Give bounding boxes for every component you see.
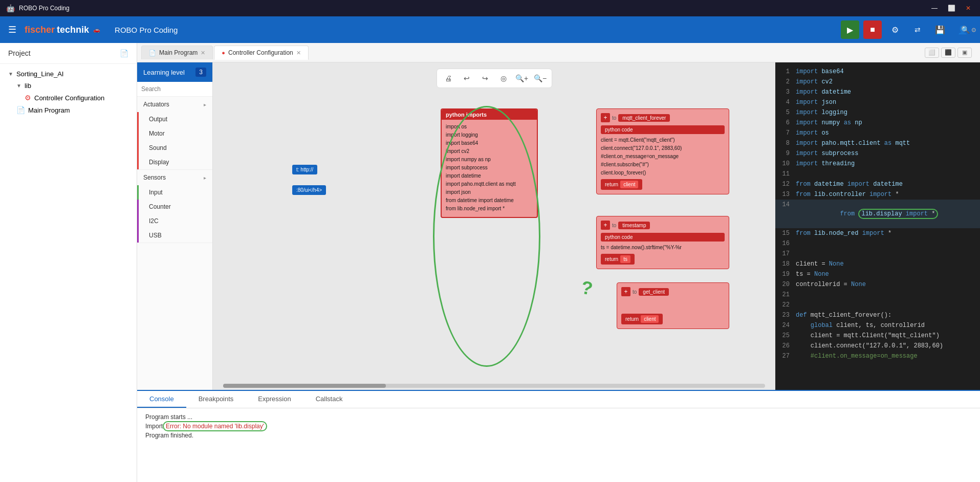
actuators-arrow-icon: ▸	[204, 102, 206, 107]
maximize-btn[interactable]: ⬜	[945, 5, 959, 12]
return-label: return client	[601, 179, 642, 190]
code-line-2: 2 import cv2	[775, 77, 980, 87]
code-line-7: 7 import os	[775, 128, 980, 138]
canvas-block-imports[interactable]: python imports import os import logging …	[441, 108, 538, 218]
tabs-bar: 📄 Main Program ✕ ● Controller Configurat…	[137, 43, 980, 62]
save-button[interactable]: 💾	[931, 20, 949, 39]
sidebar-item-main-program[interactable]: 📄 Main Program	[0, 104, 137, 116]
code-line-25: 25 client = mqtt.Client("mqtt_client")	[775, 331, 980, 341]
undo-button[interactable]: ↩	[460, 71, 474, 85]
return-val-ts: ts	[620, 255, 630, 263]
block-item-sound[interactable]: Sound	[137, 141, 212, 155]
mqtt-func-name: mqtt_client_forever	[618, 114, 670, 122]
block-item-counter[interactable]: Counter	[137, 200, 212, 214]
timestamp-func-name: timestamp	[618, 222, 650, 229]
layout-btn-split-h[interactable]: ⬛	[941, 48, 955, 58]
app-title: ROBO Pro Coding	[115, 26, 178, 34]
new-file-icon[interactable]: 📄	[120, 49, 128, 57]
actuators-header[interactable]: Actuators ▸	[137, 97, 212, 112]
tab-callstack[interactable]: Callstack	[303, 391, 355, 408]
top-toolbar: ☰ fischer technik 🚗 ROBO Pro Coding ▶ ■ …	[0, 16, 980, 43]
tab-close-icon[interactable]: ✕	[201, 50, 205, 56]
arrow-icon: ▼	[16, 83, 21, 89]
canvas-scrollbar[interactable]	[223, 384, 765, 388]
sidebar-item-label: Sorting_Line_AI	[16, 70, 64, 78]
code-line-5: 5 import logging	[775, 107, 980, 118]
block-item-output[interactable]: Output	[137, 112, 212, 126]
print-button[interactable]: 🖨	[441, 71, 455, 85]
code-line-26: 26 client.connect("127.0.0.1", 2883,60)	[775, 341, 980, 351]
block-item-i2c[interactable]: I2C	[137, 214, 212, 228]
getclient-return-row: return client	[621, 312, 725, 324]
block-item-input[interactable]: Input	[137, 185, 212, 200]
tab-close-icon[interactable]: ✕	[296, 50, 301, 56]
canvas-block-get-client[interactable]: + to get_client return client	[617, 282, 729, 329]
python-code-label: python code	[601, 233, 725, 242]
return-val-client: client	[620, 181, 638, 188]
sidebar-item-sorting-line-ai[interactable]: ▼ Sorting_Line_AI	[0, 68, 137, 80]
block-item-motor[interactable]: Motor	[137, 126, 212, 141]
tab-label: Main Program	[159, 49, 198, 56]
sensors-header[interactable]: Sensors ▸	[137, 170, 212, 185]
canvas-inner: 🖨 ↩ ↪ ◎ 🔍+ 🔍− t: http:// :80/ui</h4>	[213, 62, 775, 390]
actuators-label: Actuators	[143, 101, 169, 108]
actuators-section: Actuators ▸ Output Motor Sound Display	[137, 97, 212, 170]
zoom-in-button[interactable]: 🔍+	[515, 71, 529, 85]
plus-icon: +	[601, 221, 610, 230]
code-line-27: 27 #client.on_message=on_message	[775, 351, 980, 361]
timestamp-return-row: return ts	[601, 252, 725, 265]
console-line-3: Program finished.	[145, 431, 972, 440]
block-panel: Learning level 3 🔍 Actuators ▸ Output Mo…	[137, 62, 213, 390]
learning-level-button[interactable]: Learning level 3	[137, 62, 212, 82]
canvas-block-timestamp[interactable]: + to timestamp python code ts = datetime…	[596, 216, 729, 269]
tab-expression[interactable]: Expression	[246, 391, 303, 408]
getclient-empty-area	[621, 299, 725, 310]
console-line-1: Program starts ...	[145, 412, 972, 422]
code-line-20: 20 controllerid = None	[775, 279, 980, 290]
layout-btn-split-v[interactable]: ⬜	[925, 48, 939, 58]
settings-button[interactable]: ⚙	[886, 20, 904, 39]
tab-controller-config[interactable]: ● Controller Configuration ✕	[214, 46, 308, 60]
target-button[interactable]: ◎	[496, 71, 511, 85]
close-btn[interactable]: ✕	[963, 5, 974, 12]
hamburger-menu[interactable]: ☰	[8, 24, 16, 35]
left-sidebar: Project 📄 ▼ Sorting_Line_AI ▼ lib ⚙ Cont…	[0, 43, 137, 482]
code-line-12: 12 from datetime import datetime	[775, 179, 980, 189]
redo-button[interactable]: ↪	[478, 71, 492, 85]
console-line-2: ImportError: No module named 'lib.displa…	[145, 422, 972, 431]
code-line-18: 18 client = None	[775, 259, 980, 269]
to-label: to	[633, 289, 637, 295]
code-line-17: 17	[775, 249, 980, 259]
code-line-13: 13 from lib.controller import *	[775, 189, 980, 200]
tab-console[interactable]: Console	[137, 391, 186, 408]
search-input[interactable]	[141, 85, 213, 93]
play-button[interactable]: ▶	[841, 20, 859, 39]
timestamp-code: ts = datetime.now().strftime("%Y-%r	[601, 244, 725, 252]
code-line-21: 21	[775, 290, 980, 300]
main-layout: Project 📄 ▼ Sorting_Line_AI ▼ lib ⚙ Cont…	[0, 43, 980, 482]
code-line-19: 19 ts = None	[775, 269, 980, 279]
stop-button[interactable]: ■	[863, 20, 882, 39]
tab-breakpoints[interactable]: Breakpoints	[186, 391, 246, 408]
title-bar: 🤖 ROBO Pro Coding — ⬜ ✕	[0, 0, 980, 16]
console-area: Program starts ... ImportError: No modul…	[137, 408, 980, 482]
bottom-tabs: Console Breakpoints Expression Callstack	[137, 391, 980, 408]
plus-icon: +	[601, 113, 610, 122]
imports-block-code: import os import logging import base64 i…	[446, 123, 533, 213]
block-item-usb[interactable]: USB	[137, 228, 212, 243]
layout-btn-full[interactable]: ▣	[957, 48, 972, 58]
sidebar-header: Project 📄	[0, 43, 137, 64]
transfer-button[interactable]: ⇄	[908, 20, 927, 39]
minimize-btn[interactable]: —	[928, 5, 941, 12]
block-item-display[interactable]: Display	[137, 155, 212, 169]
tab-main-program[interactable]: 📄 Main Program ✕	[141, 46, 213, 59]
canvas-block-mqtt-forever[interactable]: + to mqtt_client_forever python code cli…	[596, 108, 729, 194]
brand-fischer: fischer	[25, 25, 55, 35]
sidebar-item-lib[interactable]: ▼ lib	[0, 80, 137, 92]
sidebar-item-label: lib	[25, 82, 31, 90]
sidebar-item-label: Main Program	[28, 106, 70, 114]
sidebar-item-controller-config[interactable]: ⚙ Controller Configuration	[0, 92, 137, 104]
zoom-out-button[interactable]: 🔍−	[533, 71, 548, 85]
canvas-area[interactable]: 🖨 ↩ ↪ ◎ 🔍+ 🔍− t: http:// :80/ui</h4>	[213, 62, 775, 390]
import-prefix: Import	[145, 423, 163, 430]
